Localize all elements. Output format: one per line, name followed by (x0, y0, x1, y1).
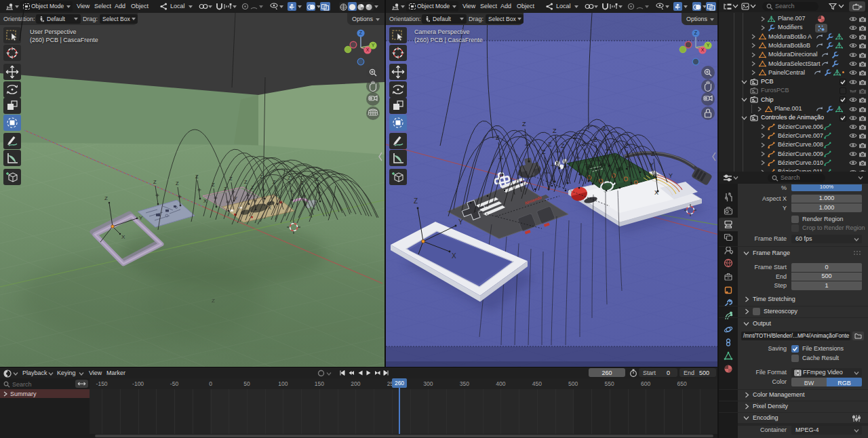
svg-text:Z: Z (414, 197, 418, 205)
svg-text:Z: Z (315, 176, 319, 182)
svg-text:Y: Y (292, 191, 295, 197)
svg-text:Z: Z (195, 174, 199, 180)
svg-text:Z: Z (496, 134, 500, 141)
svg-text:Z: Z (582, 140, 586, 147)
svg-text:Z: Z (593, 136, 597, 143)
svg-text:Y: Y (707, 43, 710, 47)
svg-text:Z: Z (651, 151, 655, 157)
svg-text:Z: Z (561, 142, 565, 149)
svg-text:Z: Z (224, 186, 227, 192)
svg-text:X: X (203, 198, 207, 204)
svg-text:Z: Z (153, 179, 157, 185)
svg-text:Z: Z (212, 182, 215, 188)
svg-text:Z: Z (212, 298, 215, 304)
svg-text:X: X (452, 252, 456, 260)
svg-text:Z: Z (288, 175, 291, 181)
svg-text:Y: Y (139, 215, 143, 221)
svg-text:Z: Z (522, 121, 526, 127)
svg-text:Y: Y (372, 43, 375, 47)
svg-text:Z: Z (602, 125, 606, 132)
svg-text:Z: Z (694, 31, 698, 35)
svg-text:Z: Z (573, 134, 577, 140)
svg-text:Z: Z (553, 127, 557, 134)
svg-text:Z: Z (251, 184, 254, 191)
svg-text:Z: Z (104, 195, 108, 201)
svg-text:Z: Z (176, 180, 179, 186)
svg-text:Z: Z (548, 141, 552, 148)
svg-text:Z: Z (244, 179, 248, 185)
svg-text:Z: Z (273, 179, 276, 185)
svg-text:Y: Y (669, 172, 673, 179)
svg-text:X: X (701, 47, 705, 52)
svg-text:Y: Y (650, 161, 654, 168)
svg-text:Z: Z (625, 142, 629, 149)
svg-text:X: X (268, 205, 271, 211)
svg-text:X: X (654, 189, 658, 196)
svg-text:Y: Y (458, 218, 463, 226)
svg-text:Z: Z (300, 180, 304, 186)
svg-text:Z: Z (542, 148, 546, 155)
svg-text:X: X (121, 234, 125, 240)
svg-text:Y: Y (234, 195, 237, 201)
svg-text:Z: Z (229, 176, 233, 182)
svg-text:X: X (366, 47, 370, 52)
svg-text:Z: Z (359, 31, 363, 35)
svg-text:Z: Z (260, 174, 263, 180)
